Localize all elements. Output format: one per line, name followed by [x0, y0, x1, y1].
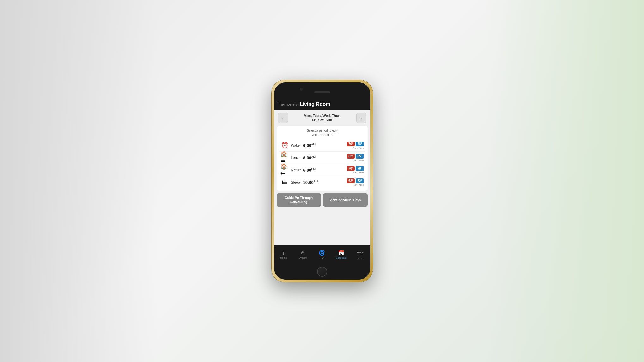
sleep-time: 10:00PM — [303, 180, 347, 185]
thermostats-breadcrumb[interactable]: Thermostats — [278, 102, 297, 106]
phone-inner: Thermostats Living Room ‹ Mon, Tues, Wed… — [274, 82, 370, 280]
schedule-row-return[interactable]: 🏠⬅ Return 6:00PM 70° 78° Fan: Auto — [279, 164, 365, 176]
app-content: ‹ Mon, Tues, Wed, Thur, Fri, Sat, Sun › … — [274, 110, 370, 245]
wake-fan-label: Fan: Auto — [353, 147, 364, 149]
nav-item-system[interactable]: ❄ System — [293, 250, 312, 259]
schedule-instruction: Select a period to edit your schedule. — [279, 129, 365, 137]
leave-heat-badge: 62° — [347, 154, 355, 159]
day-selector: ‹ Mon, Tues, Wed, Thur, Fri, Sat, Sun › — [274, 110, 370, 126]
home-nav-label: Home — [280, 256, 287, 259]
front-camera — [300, 88, 303, 91]
leave-label: Leave — [291, 156, 303, 160]
wake-cool-badge: 78° — [356, 142, 364, 146]
return-cool-badge: 78° — [356, 166, 364, 171]
return-fan-label: Fan: Auto — [353, 171, 364, 174]
home-nav-icon: 🌡 — [281, 250, 286, 256]
instruction-line2: your schedule. — [312, 133, 332, 136]
prev-day-button[interactable]: ‹ — [278, 113, 288, 123]
phone-screen: Thermostats Living Room ‹ Mon, Tues, Wed… — [274, 99, 370, 264]
app-header: Thermostats Living Room — [274, 99, 370, 110]
room-title: Living Room — [300, 101, 330, 107]
instruction-line1: Select a period to edit — [307, 129, 337, 132]
nav-item-schedule[interactable]: 📅 Schedule — [332, 250, 351, 259]
sleep-fan-label: Fan: Auto — [353, 184, 364, 186]
leave-temps: 62° 85° Fan: Auto — [347, 154, 364, 162]
phone-device: Thermostats Living Room ‹ Mon, Tues, Wed… — [272, 80, 373, 282]
return-icon: 🏠⬅ — [280, 166, 289, 174]
wake-label: Wake — [291, 143, 303, 147]
sleep-temps: 62° 82° Fan: Auto — [347, 178, 364, 186]
wake-heat-badge: 70° — [347, 142, 355, 146]
nav-item-fan[interactable]: 🌀 Fan — [312, 250, 332, 259]
schedule-row-leave[interactable]: 🏠➡ Leave 8:00AM 62° 85° Fan: Auto — [279, 152, 365, 164]
leave-cool-badge: 85° — [356, 154, 364, 159]
nav-item-more[interactable]: ••• More — [351, 250, 370, 260]
system-nav-icon: ❄ — [301, 250, 305, 256]
nav-item-home[interactable]: 🌡 Home — [274, 250, 293, 259]
more-nav-label: More — [358, 257, 363, 260]
return-label: Return — [291, 168, 303, 172]
phone-bottom-bezel — [274, 264, 370, 280]
return-temps: 70° 78° Fan: Auto — [347, 166, 364, 174]
next-day-button[interactable]: › — [356, 113, 366, 123]
guide-scheduling-button[interactable]: Guide Me Through Scheduling — [277, 193, 321, 207]
action-buttons: Guide Me Through Scheduling View Individ… — [274, 193, 370, 209]
wake-icon: ⏰ — [280, 141, 289, 150]
sleep-icon: 🛏 — [280, 178, 289, 187]
wake-time: 6:00AM — [303, 143, 347, 148]
phone-top-bezel — [274, 82, 370, 99]
fan-nav-label: Fan — [320, 256, 324, 259]
days-label: Mon, Tues, Wed, Thur, Fri, Sat, Sun — [304, 113, 340, 123]
schedule-row-wake[interactable]: ⏰ Wake 6:00AM 70° 78° Fan: Auto — [279, 139, 365, 152]
schedule-nav-label: Schedule — [336, 256, 347, 259]
view-individual-days-button[interactable]: View Individual Days — [323, 193, 368, 207]
phone-speaker — [314, 91, 330, 93]
leave-time: 8:00AM — [303, 155, 347, 160]
wake-temps: 70° 78° Fan: Auto — [347, 142, 364, 149]
leave-fan-label: Fan: Auto — [353, 159, 364, 162]
schedule-card: Select a period to edit your schedule. ⏰… — [277, 126, 368, 191]
return-time: 6:00PM — [303, 167, 347, 172]
return-heat-badge: 70° — [347, 166, 355, 171]
schedule-nav-icon: 📅 — [338, 250, 344, 256]
schedule-row-sleep[interactable]: 🛏 Sleep 10:00PM 62° 82° Fan: Auto — [279, 176, 365, 188]
more-nav-icon: ••• — [357, 250, 364, 256]
home-button[interactable] — [317, 267, 327, 277]
sleep-heat-badge: 62° — [347, 178, 355, 183]
leave-icon: 🏠➡ — [280, 153, 289, 162]
sleep-label: Sleep — [291, 180, 303, 184]
sleep-cool-badge: 82° — [356, 178, 364, 183]
fan-nav-icon: 🌀 — [319, 250, 325, 256]
bottom-navigation: 🌡 Home ❄ System 🌀 Fan 📅 Schedule ••• — [274, 245, 370, 264]
system-nav-label: System — [298, 256, 307, 259]
